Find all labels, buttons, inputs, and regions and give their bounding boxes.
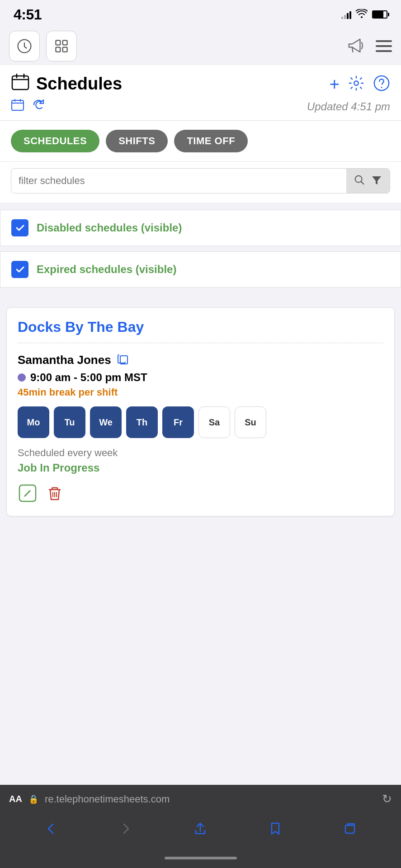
- tab-schedules[interactable]: SCHEDULES: [11, 130, 99, 152]
- page-header-top: Schedules +: [11, 72, 390, 95]
- browser-nav: [0, 813, 401, 852]
- svg-rect-9: [12, 100, 24, 110]
- wifi-icon: [356, 9, 368, 20]
- clock-icon: [16, 38, 33, 54]
- page-header-sub: Updated 4:51 pm: [11, 98, 390, 115]
- checkbox-section: Disabled schedules (visible) Expired sch…: [0, 203, 401, 300]
- purple-dot-icon: [18, 373, 26, 382]
- reload-button[interactable]: ↻: [382, 792, 392, 806]
- clock-button[interactable]: [9, 31, 40, 61]
- calendar-small-button[interactable]: [11, 98, 24, 115]
- svg-point-6: [354, 81, 359, 85]
- expired-schedules-item: Expired schedules (visible): [0, 251, 401, 288]
- svg-rect-13: [345, 825, 354, 833]
- trash-icon: [45, 483, 65, 503]
- search-icon[interactable]: [354, 174, 365, 188]
- day-wednesday[interactable]: We: [90, 406, 122, 438]
- job-status-text: Job In Progress: [18, 462, 383, 474]
- disabled-schedules-label: Disabled schedules (visible): [37, 222, 182, 234]
- lock-icon: 🔒: [28, 794, 38, 804]
- svg-rect-4: [63, 47, 67, 52]
- status-bar: 4:51: [0, 0, 401, 27]
- refresh-button[interactable]: [32, 98, 45, 115]
- day-sunday[interactable]: Su: [235, 406, 266, 438]
- url-domain: telephonetimesheets.com: [57, 793, 170, 805]
- expired-schedules-label: Expired schedules (visible): [37, 263, 176, 276]
- share-button[interactable]: [186, 818, 215, 843]
- battery-icon: [372, 10, 387, 19]
- settings-button[interactable]: [348, 75, 365, 94]
- day-tuesday[interactable]: Tu: [54, 406, 85, 438]
- card-actions: [18, 483, 383, 505]
- schedule-card: Docks By The Bay Samantha Jones 9:00 am …: [6, 307, 395, 516]
- signal-bars-icon: [341, 10, 351, 19]
- header-actions: +: [330, 75, 390, 94]
- aa-button[interactable]: AA: [9, 794, 22, 804]
- card-divider: [18, 343, 383, 343]
- svg-rect-3: [56, 47, 60, 52]
- megaphone-icon: [345, 35, 365, 55]
- megaphone-button[interactable]: [345, 35, 365, 57]
- copy-icon: [117, 352, 129, 365]
- filter-icon[interactable]: [371, 174, 382, 188]
- home-indicator: [0, 852, 401, 868]
- expired-schedules-checkbox[interactable]: [11, 261, 28, 278]
- url-grayed: re.: [45, 793, 57, 805]
- main-content: Schedules +: [0, 65, 401, 785]
- search-bar-wrap: [0, 162, 401, 203]
- disabled-schedules-checkbox[interactable]: [11, 219, 28, 236]
- tabs-button[interactable]: [335, 818, 364, 843]
- settings-icon: [348, 75, 365, 92]
- help-button[interactable]: [373, 75, 390, 94]
- grid-button[interactable]: [46, 31, 77, 61]
- svg-rect-2: [63, 40, 67, 45]
- employee-name-row: Samantha Jones: [18, 352, 383, 368]
- search-bar: [11, 168, 390, 193]
- help-icon: [373, 75, 390, 92]
- tab-time-off[interactable]: TIME OFF: [174, 130, 248, 152]
- shift-time: 9:00 am - 5:00 pm MST: [30, 371, 147, 384]
- updated-text: Updated 4:51 pm: [307, 100, 390, 113]
- status-time: 4:51: [14, 6, 42, 23]
- disabled-schedules-item: Disabled schedules (visible): [0, 210, 401, 246]
- sub-left: [11, 98, 45, 115]
- url-text[interactable]: re.telephonetimesheets.com: [45, 793, 376, 805]
- scheduled-text: Scheduled every week: [18, 447, 383, 459]
- edit-icon: [18, 483, 38, 503]
- checkmark-icon: [14, 222, 25, 233]
- filter-tabs: SCHEDULES SHIFTS TIME OFF: [0, 121, 401, 162]
- svg-rect-5: [12, 76, 28, 90]
- day-saturday[interactable]: Sa: [198, 406, 230, 438]
- bookmarks-button[interactable]: [261, 818, 290, 843]
- delete-button[interactable]: [45, 483, 65, 505]
- toolbar-right: [345, 35, 392, 57]
- card-title: Docks By The Bay: [18, 319, 383, 335]
- copy-button[interactable]: [117, 352, 129, 368]
- page-title-area: Schedules: [11, 72, 122, 95]
- svg-point-8: [381, 87, 382, 88]
- status-icons: [341, 9, 387, 20]
- calendar-icon: [11, 72, 30, 95]
- menu-button[interactable]: [376, 40, 392, 52]
- checkmark-icon: [14, 264, 25, 275]
- tab-shifts[interactable]: SHIFTS: [106, 130, 168, 152]
- edit-button[interactable]: [18, 483, 38, 505]
- search-input[interactable]: [11, 175, 346, 187]
- forward-button[interactable]: [111, 818, 140, 843]
- grid-icon: [53, 38, 70, 54]
- browser-bar: AA 🔒 re.telephonetimesheets.com ↻: [0, 785, 401, 813]
- break-text: 45min break per shift: [18, 387, 383, 398]
- svg-rect-1: [56, 40, 60, 45]
- back-button[interactable]: [37, 818, 66, 843]
- day-friday[interactable]: Fr: [162, 406, 194, 438]
- shift-time-row: 9:00 am - 5:00 pm MST: [18, 371, 383, 384]
- toolbar: [0, 27, 401, 65]
- svg-point-7: [374, 75, 389, 90]
- day-buttons: Mo Tu We Th Fr Sa Su: [18, 406, 383, 438]
- add-button[interactable]: +: [330, 75, 340, 93]
- day-monday[interactable]: Mo: [18, 406, 49, 438]
- employee-name: Samantha Jones: [18, 353, 111, 367]
- search-actions: [346, 169, 390, 193]
- day-thursday[interactable]: Th: [126, 406, 158, 438]
- page-title: Schedules: [36, 74, 122, 94]
